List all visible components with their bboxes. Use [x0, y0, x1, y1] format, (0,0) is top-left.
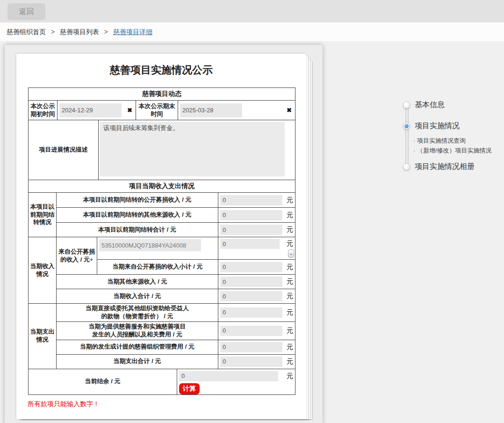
unit-label: 元 — [287, 263, 294, 271]
expense-total-input[interactable] — [220, 357, 282, 367]
unit-label: 元 — [287, 277, 294, 286]
carryover-public-label: 本项目以前期间结转的公开募捐收入 / 元 — [57, 193, 218, 208]
calculate-button[interactable]: 计算 — [179, 383, 200, 394]
unit-label: 元 — [287, 211, 294, 219]
income-total-label: 当期收入合计 / 元 — [57, 289, 218, 304]
project-dynamics-table: 慈善项目动态 本次公示期初时间 ✖ 本次公示期末时间 ✖ — [28, 88, 295, 180]
clear-end-date-icon[interactable]: ✖ — [287, 107, 292, 114]
period-start-label: 本次公示期初时间 — [29, 101, 58, 120]
unit-label: 元 — [287, 327, 294, 335]
step-label[interactable]: 项目实施情况 — [415, 121, 460, 131]
expense-beneficiary-input[interactable] — [220, 307, 282, 318]
carryover-total-label: 本项目以前期间结转合计 / 元 — [57, 223, 218, 237]
paper-stack: 慈善项目实施情况公示 慈善项目动态 本次公示期初时间 ✖ 本次公示期末时间 — [16, 54, 314, 423]
breadcrumb-project-detail-current[interactable]: 慈善项目详细 — [113, 28, 152, 36]
unit-label: 元 — [287, 292, 294, 300]
balance-label: 当前结余 / 元 — [29, 369, 177, 394]
expense-total-label: 当期支出合计 / 元 — [57, 354, 218, 369]
carryover-group-label: 本项目以前期间结转情况 — [29, 193, 57, 237]
fundraise-amount-input[interactable] — [220, 239, 280, 249]
step-label[interactable]: 基本信息 — [415, 100, 445, 110]
section-header-project-dynamics: 慈善项目动态 — [29, 88, 295, 101]
carryover-other-label: 本项目以前期间结转的其他来源收入 / 元 — [57, 208, 218, 223]
fundraise-income-label: 来自公开募捐的收入 / 元+ — [57, 237, 97, 275]
fundraise-subtotal-label: 当期来自公开募捐的收入小计 / 元 — [97, 260, 218, 275]
carryover-other-input[interactable] — [220, 210, 282, 220]
step-circle-icon[interactable] — [403, 102, 410, 109]
substep-implementation-query[interactable]: · 项目实施情况查询 — [413, 137, 466, 145]
other-income-label: 当期其他来源收入 / 元 — [57, 275, 218, 289]
unit-label: 元 — [287, 226, 294, 234]
step-circle-active-icon[interactable] — [403, 123, 410, 130]
section-header-income-expense: 项目当期收入支出情况 — [29, 180, 295, 193]
expense-admin-label: 当期的发生或计提的慈善组织管理费用 / 元 — [57, 340, 218, 354]
period-start-input[interactable] — [59, 103, 122, 117]
expense-beneficiary-label: 当期直接或委托其他组织资助给受益人 的款物（物资需折价） / 元 — [57, 304, 218, 322]
page-title: 慈善项目实施情况公示 — [16, 54, 306, 77]
breadcrumb-separator: > — [51, 28, 55, 36]
back-button[interactable]: 返回 — [7, 3, 45, 20]
breadcrumb-separator: > — [104, 28, 108, 36]
breadcrumb-project-list-link[interactable]: 慈善项目列表 — [60, 28, 99, 36]
step-label[interactable]: 项目实施情况相册 — [415, 162, 475, 172]
clear-start-date-icon[interactable]: ✖ — [127, 107, 132, 114]
balance-input[interactable] — [179, 371, 278, 381]
expense-group-label: 当期支出情况 — [29, 304, 57, 369]
unit-label: 元 — [287, 357, 294, 366]
unit-label: 元 — [287, 240, 294, 248]
add-fundraise-row-icon[interactable]: + — [90, 256, 93, 263]
unit-label: 元 — [287, 343, 294, 351]
income-total-input[interactable] — [220, 291, 282, 301]
step-track — [405, 104, 409, 167]
remove-fundraise-row-icon[interactable]: - — [288, 249, 294, 258]
step-implementation[interactable]: 项目实施情况 — [403, 121, 460, 131]
expense-staff-input[interactable] — [220, 326, 282, 336]
progress-description-textarea[interactable]: 该项目后续未筹集到资金。 — [100, 122, 285, 176]
progress-description-label: 项目进展情况描述 — [29, 120, 99, 180]
breadcrumb-home-link[interactable]: 慈善组织首页 — [7, 28, 46, 36]
step-basic-info[interactable]: 基本信息 — [403, 100, 445, 110]
breadcrumb: 慈善组织首页 > 慈善项目列表 > 慈善项目详细 — [0, 22, 504, 41]
period-end-label: 本次公示期末时间 — [136, 101, 178, 120]
unit-label: 元 — [287, 308, 294, 317]
income-expense-table: 项目当期收入支出情况 本项目以前期间结转情况 本项目以前期间结转的公开募捐收入 … — [28, 180, 295, 395]
numeric-only-warning: 所有款项只能输入数字！ — [28, 400, 306, 408]
income-group-label: 当期收入情况 — [29, 237, 57, 304]
step-photo-album[interactable]: 项目实施情况相册 — [403, 162, 475, 172]
carryover-total-input[interactable] — [220, 225, 282, 235]
expense-staff-label: 当期为提供慈善服务和实施慈善项目 发生的人员报酬以及相关费用 / 元 — [57, 321, 218, 340]
carryover-public-input[interactable] — [220, 195, 282, 205]
unit-label: 元 — [287, 196, 294, 204]
unit-label: 元 — [287, 372, 294, 380]
expense-admin-input[interactable] — [220, 342, 282, 352]
form-paper: 慈善项目实施情况公示 慈善项目动态 本次公示期初时间 ✖ 本次公示期末时间 — [16, 54, 306, 419]
step-circle-icon[interactable] — [403, 163, 410, 170]
top-bar: 返回 — [0, 0, 504, 22]
step-navigation: 基本信息 项目实施情况 · 项目实施情况查询 · （新增/修改）项目实施情况 项… — [403, 100, 504, 180]
content-panel: 慈善项目实施情况公示 慈善项目动态 本次公示期初时间 ✖ 本次公示期末时间 — [5, 45, 323, 423]
fundraise-code-input[interactable] — [99, 239, 201, 251]
substep-implementation-edit[interactable]: · （新增/修改）项目实施情况 — [413, 146, 492, 155]
period-end-input[interactable] — [180, 103, 242, 117]
other-income-input[interactable] — [220, 277, 282, 287]
fundraise-subtotal-input[interactable] — [220, 262, 282, 272]
